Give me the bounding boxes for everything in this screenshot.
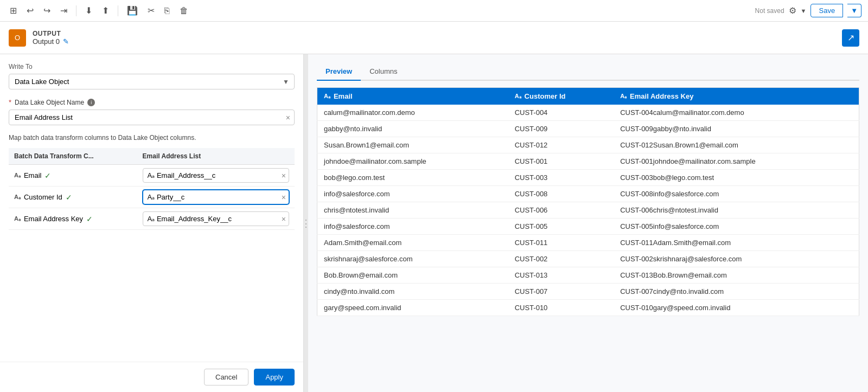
main-content: Write To Data Lake Object ▼ * Data Lake … <box>0 54 868 392</box>
object-name-label-row: * Data Lake Object Name i <box>9 98 295 106</box>
redo-button[interactable]: ↪ <box>40 3 54 18</box>
mapped-input-1[interactable] <box>143 190 289 204</box>
save-dropdown-button[interactable]: ▼ <box>847 4 861 17</box>
cell-11-2: CUST-007cindy@nto.invalid.com <box>614 284 859 300</box>
cell-9-1: CUST-002 <box>508 251 614 267</box>
field-type-icon-0: Aₐ <box>14 172 21 179</box>
cell-12-1: CUST-010 <box>508 300 614 316</box>
mapping-row: Aₐ Email ✓ × <box>9 165 295 187</box>
cell-5-2: CUST-008info@salesforce.com <box>614 186 859 202</box>
cell-1-1: CUST-009 <box>508 121 614 137</box>
mapping-row: Aₐ Email Address Key ✓ × <box>9 208 295 230</box>
cell-10-2: CUST-013Bob.Brown@email.com <box>614 267 859 284</box>
info-icon[interactable]: i <box>87 99 95 106</box>
cell-2-0: Susan.Brown1@email.com <box>317 137 508 153</box>
mapped-clear-btn-2[interactable]: × <box>282 215 286 223</box>
table-row: Bob.Brown@email.comCUST-013CUST-013Bob.B… <box>317 267 859 284</box>
separator-2 <box>118 5 118 16</box>
upload-button[interactable]: ⬆ <box>99 3 112 18</box>
col-label-0: Email <box>334 92 353 100</box>
cell-1-2: CUST-009gabby@nto.invalid <box>614 121 859 137</box>
mapping-row: Aₐ Customer Id ✓ × <box>9 187 295 208</box>
cell-2-2: CUST-012Susan.Brown1@email.com <box>614 137 859 153</box>
header-info: OUTPUT Output 0 ✎ <box>33 30 69 46</box>
preview-col-header-2: AₐEmail Address Key <box>614 88 859 105</box>
cell-7-0: info@salesforce.com <box>317 219 508 235</box>
cell-6-1: CUST-006 <box>508 202 614 219</box>
settings-icon[interactable]: ⚙ <box>789 5 796 16</box>
save-status: Not saved <box>755 7 784 15</box>
cell-0-2: CUST-004calum@mailinator.com.demo <box>614 105 859 121</box>
header-right: ↗ <box>842 29 859 47</box>
tab-preview[interactable]: Preview <box>317 63 361 81</box>
col-type-icon-0: Aₐ <box>324 93 330 100</box>
left-panel: Write To Data Lake Object ▼ * Data Lake … <box>0 54 304 392</box>
cell-1-0: gabby@nto.invalid <box>317 121 508 137</box>
tabs-row: Preview Columns <box>317 63 859 81</box>
cell-2-1: CUST-012 <box>508 137 614 153</box>
preview-table: AₐEmailAₐCustomer IdAₐEmail Address Key … <box>317 87 859 316</box>
table-row: gary@speed.com.invalidCUST-010CUST-010ga… <box>317 300 859 316</box>
cell-9-2: CUST-002skrishnaraj@salesforce.com <box>614 251 859 267</box>
cell-4-1: CUST-003 <box>508 170 614 186</box>
cell-9-0: skrishnaraj@salesforce.com <box>317 251 508 267</box>
cell-3-0: johndoe@mailinator.com.sample <box>317 153 508 170</box>
source-cell-1: Aₐ Customer Id ✓ <box>9 187 137 208</box>
delete-button[interactable]: 🗑 <box>176 4 192 18</box>
drag-handle[interactable]: ⋮ <box>304 54 308 392</box>
cell-10-0: Bob.Brown@email.com <box>317 267 508 284</box>
cell-5-1: CUST-008 <box>508 186 614 202</box>
disk-button[interactable]: 💾 <box>124 3 141 18</box>
mapped-clear-btn-1[interactable]: × <box>282 193 286 202</box>
mapped-input-wrapper-0: × <box>143 168 289 183</box>
download-button[interactable]: ⬇ <box>82 3 95 18</box>
mapped-clear-btn-0[interactable]: × <box>282 171 286 180</box>
source-cell-0: Aₐ Email ✓ <box>9 165 137 187</box>
toolbar: ⊞ ↩ ↪ ⇥ ⬇ ⬆ 💾 ✂ ⎘ 🗑 Not saved ⚙ ▼ Save ▼ <box>0 0 868 22</box>
cell-5-0: info@salesforce.com <box>317 186 508 202</box>
object-name-input-wrapper: × <box>9 110 295 125</box>
mapped-input-2[interactable] <box>143 211 289 226</box>
write-to-select[interactable]: Data Lake Object <box>9 74 295 89</box>
mapping-table: Batch Data Transform C... Email Address … <box>9 148 295 230</box>
cell-4-0: bob@lego.com.test <box>317 170 508 186</box>
cell-7-1: CUST-005 <box>508 219 614 235</box>
cell-8-0: Adam.Smith@email.com <box>317 235 508 251</box>
table-row: info@salesforce.comCUST-008CUST-008info@… <box>317 186 859 202</box>
undo-button[interactable]: ↩ <box>23 3 37 18</box>
edit-icon[interactable]: ✎ <box>63 37 69 46</box>
cell-0-1: CUST-004 <box>508 105 614 121</box>
save-button[interactable]: Save <box>810 4 843 17</box>
table-row: Adam.Smith@email.comCUST-011CUST-011Adam… <box>317 235 859 251</box>
cell-0-0: calum@mailinator.com.demo <box>317 105 508 121</box>
source-field-name-2: Email Address Key <box>24 215 83 223</box>
table-row: info@salesforce.comCUST-005CUST-005info@… <box>317 219 859 235</box>
cell-10-1: CUST-013 <box>508 267 614 284</box>
preview-col-header-1: AₐCustomer Id <box>508 88 614 105</box>
check-icon-0: ✓ <box>44 171 51 180</box>
source-field-name-0: Email <box>24 171 42 179</box>
mapped-cell-0: × <box>137 165 295 187</box>
cell-3-1: CUST-001 <box>508 153 614 170</box>
cell-3-2: CUST-001johndoe@mailinator.com.sample <box>614 153 859 170</box>
forward-button[interactable]: ⇥ <box>57 3 71 18</box>
col-label-1: Customer Id <box>525 92 566 100</box>
apply-button[interactable]: Apply <box>254 369 295 385</box>
add-button[interactable]: ⊞ <box>7 3 20 18</box>
cell-12-0: gary@speed.com.invalid <box>317 300 508 316</box>
preview-header-row: AₐEmailAₐCustomer IdAₐEmail Address Key <box>317 88 859 105</box>
object-name-input[interactable] <box>9 110 295 125</box>
object-name-label: Data Lake Object Name <box>15 99 84 106</box>
copy-button[interactable]: ⎘ <box>161 4 173 18</box>
cut-button[interactable]: ✂ <box>144 3 158 18</box>
expand-button[interactable]: ↗ <box>842 29 859 47</box>
col-type-icon-2: Aₐ <box>620 93 627 100</box>
write-to-wrapper: Data Lake Object ▼ <box>9 74 295 89</box>
separator-1 <box>76 5 76 16</box>
mapped-input-0[interactable] <box>143 168 289 183</box>
tab-columns[interactable]: Columns <box>361 63 406 81</box>
cancel-button[interactable]: Cancel <box>204 369 248 385</box>
object-name-clear-button[interactable]: × <box>286 113 290 122</box>
mapped-input-wrapper-1: × <box>143 190 289 204</box>
header-subtitle: Output 0 ✎ <box>33 37 69 46</box>
